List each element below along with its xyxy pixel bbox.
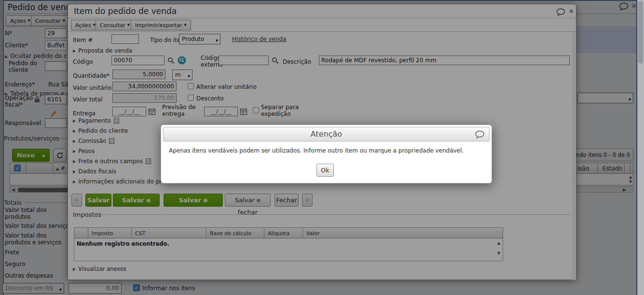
screen: Pedido de venda ✕ Ações▼ Consultar▼ Nº 2… (0, 0, 644, 295)
ok-button[interactable]: Ok (316, 164, 334, 177)
warning-message: Apenas itens vendáveis podem ser utiliza… (169, 147, 464, 154)
page-vscroll-thumb[interactable] (638, 1, 643, 64)
comments-icon[interactable] (475, 130, 485, 139)
warning-title: Atenção (311, 129, 342, 139)
warning-dialog-header: Atenção (163, 127, 490, 141)
warning-dialog: Atenção Apenas itens vendáveis podem ser… (161, 125, 492, 183)
